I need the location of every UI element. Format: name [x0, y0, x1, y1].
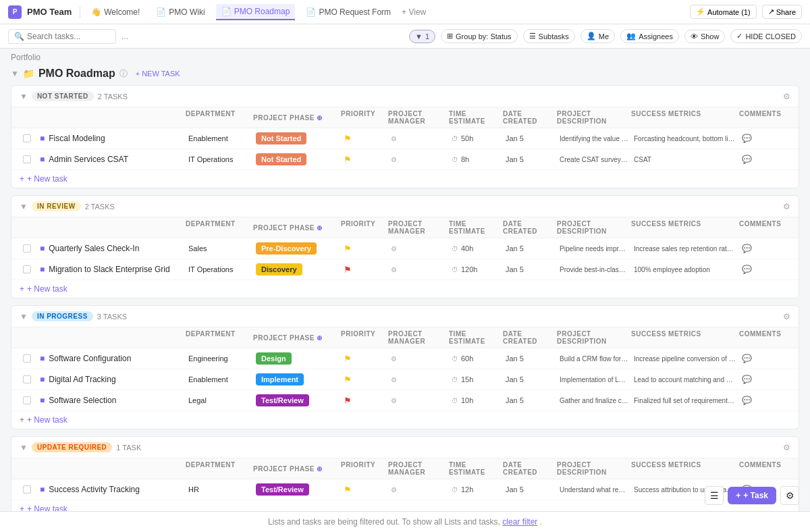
row-priority-0-0[interactable]: ⚑ — [341, 134, 388, 144]
row-phase-1-0[interactable]: Pre-Discovery — [253, 242, 341, 255]
col-pm-header[interactable]: PROJECT MANAGER — [388, 461, 449, 476]
row-phase-1-1[interactable]: Discovery — [253, 263, 341, 275]
subtasks-btn[interactable]: ☰ Subtasks — [523, 29, 575, 43]
col-pm-header[interactable]: PROJECT MANAGER — [388, 110, 449, 125]
col-comments-header[interactable]: COMMENTS — [739, 330, 780, 345]
col-metrics-header[interactable]: SUCCESS METRICS — [631, 330, 739, 345]
col-comments-header[interactable]: COMMENTS — [739, 461, 780, 476]
section-settings-icon-not-started[interactable]: ⚙ — [783, 92, 790, 101]
tab-request[interactable]: 📄 PMO Request Form — [300, 5, 396, 20]
section-expand-in-progress[interactable]: ▼ — [20, 312, 28, 321]
col-dept-header[interactable]: DEPARTMENT — [186, 110, 253, 125]
col-desc-header[interactable]: PROJECT DESCRIPTION — [557, 461, 631, 476]
row-phase-2-1[interactable]: Implement — [253, 373, 341, 385]
row-priority-2-2[interactable]: ⚑ — [341, 396, 388, 406]
assignees-btn[interactable]: 👥 Assignees — [620, 29, 679, 43]
row-phase-3-0[interactable]: Test/Review — [253, 483, 341, 496]
more-btn[interactable]: ... — [122, 32, 128, 41]
table-row[interactable]: ■Admin Services CSAT IT Operations Not S… — [11, 149, 799, 170]
col-metrics-header[interactable]: SUCCESS METRICS — [631, 220, 739, 235]
tab-wiki[interactable]: 📄 PMO Wiki — [151, 5, 210, 20]
row-phase-2-0[interactable]: Design — [253, 352, 341, 365]
col-time-header[interactable]: TIME ESTIMATE — [449, 220, 503, 235]
row-priority-1-0[interactable]: ⚑ — [341, 244, 388, 254]
col-priority-header[interactable]: PRIORITY — [341, 110, 388, 125]
add-task-in-progress[interactable]: ++ New task — [11, 411, 799, 429]
row-phase-2-2[interactable]: Test/Review — [253, 394, 341, 406]
fab-extra-icon[interactable]: ⚙ — [780, 486, 799, 505]
automate-btn[interactable]: ⚡ Automate (1) — [690, 5, 757, 19]
col-pm-header[interactable]: PROJECT MANAGER — [388, 220, 449, 235]
section-settings-icon-in-progress[interactable]: ⚙ — [783, 312, 790, 321]
row-checkbox-2-0[interactable] — [17, 354, 37, 363]
row-checkbox-3-0[interactable] — [17, 485, 37, 494]
section-expand-not-started[interactable]: ▼ — [20, 92, 28, 101]
col-date-header[interactable]: DATE CREATED — [503, 220, 557, 235]
col-time-header[interactable]: TIME ESTIMATE — [449, 330, 503, 345]
col-dept-header[interactable]: DEPARTMENT — [186, 330, 253, 345]
share-btn[interactable]: ↗ Share — [762, 5, 802, 19]
table-row[interactable]: ■Software Configuration Engineering Desi… — [11, 348, 799, 369]
section-expand-in-review[interactable]: ▼ — [20, 202, 28, 211]
table-row[interactable]: ■Quarterly Sales Check-In Sales Pre-Disc… — [11, 238, 799, 259]
col-phase-header[interactable]: PROJECT PHASE ⊕ — [253, 220, 341, 235]
row-priority-1-1[interactable]: ⚑ — [341, 265, 388, 275]
col-desc-header[interactable]: PROJECT DESCRIPTION — [557, 110, 631, 125]
me-btn[interactable]: 👤 Me — [580, 29, 615, 43]
col-priority-header[interactable]: PRIORITY — [341, 330, 388, 345]
add-task-in-review[interactable]: ++ New task — [11, 280, 799, 298]
row-priority-2-1[interactable]: ⚑ — [341, 375, 388, 385]
col-priority-header[interactable]: PRIORITY — [341, 461, 388, 476]
col-dept-header[interactable]: DEPARTMENT — [186, 461, 253, 476]
table-row[interactable]: ■Digital Ad Tracking Enablement Implemen… — [11, 369, 799, 390]
row-checkbox-1-0[interactable] — [17, 244, 37, 252]
table-row[interactable]: ■Software Selection Legal Test/Review ⚑ … — [11, 390, 799, 411]
col-dept-header[interactable]: DEPARTMENT — [186, 220, 253, 235]
section-expand-update-required[interactable]: ▼ — [20, 443, 28, 452]
col-comments-header[interactable]: COMMENTS — [739, 220, 780, 235]
col-desc-header[interactable]: PROJECT DESCRIPTION — [557, 330, 631, 345]
filter-count-chip[interactable]: ▼ 1 — [409, 30, 435, 43]
col-time-header[interactable]: TIME ESTIMATE — [449, 461, 503, 476]
col-date-header[interactable]: DATE CREATED — [503, 110, 557, 125]
row-checkbox-1-1[interactable] — [17, 265, 37, 273]
section-settings-icon-update-required[interactable]: ⚙ — [783, 443, 790, 452]
row-priority-2-0[interactable]: ⚑ — [341, 354, 388, 364]
search-input[interactable] — [27, 32, 108, 41]
table-row[interactable]: ■Success Activity Tracking HR Test/Revie… — [11, 479, 799, 500]
row-priority-0-1[interactable]: ⚑ — [341, 155, 388, 165]
row-checkbox-0-0[interactable] — [17, 134, 37, 142]
clear-filter-link[interactable]: clear filter — [502, 517, 537, 527]
table-row[interactable]: ■Migration to Slack Enterprise Grid IT O… — [11, 259, 799, 280]
row-priority-3-0[interactable]: ⚑ — [341, 485, 388, 495]
group-by-btn[interactable]: ⊞ Group by: Status — [441, 29, 518, 43]
section-settings-icon-in-review[interactable]: ⚙ — [783, 202, 790, 211]
expand-icon[interactable]: ▼ — [11, 69, 19, 78]
col-phase-header[interactable]: PROJECT PHASE ⊕ — [253, 330, 341, 345]
tab-welcome[interactable]: 👋 Welcome! — [86, 5, 145, 20]
row-checkbox-2-1[interactable] — [17, 375, 37, 383]
col-metrics-header[interactable]: SUCCESS METRICS — [631, 461, 739, 476]
col-priority-header[interactable]: PRIORITY — [341, 220, 388, 235]
row-checkbox-0-1[interactable] — [17, 155, 37, 163]
col-phase-header[interactable]: PROJECT PHASE ⊕ — [253, 110, 341, 125]
row-checkbox-2-2[interactable] — [17, 396, 37, 404]
table-row[interactable]: ■Fiscal Modeling Enablement Not Started … — [11, 128, 799, 149]
col-time-header[interactable]: TIME ESTIMATE — [449, 110, 503, 125]
col-date-header[interactable]: DATE CREATED — [503, 461, 557, 476]
col-comments-header[interactable]: COMMENTS — [739, 110, 780, 125]
tab-roadmap[interactable]: 📄 PMO Roadmap — [216, 4, 296, 20]
col-metrics-header[interactable]: SUCCESS METRICS — [631, 110, 739, 125]
show-btn[interactable]: 👁 Show — [684, 30, 726, 43]
hide-closed-btn[interactable]: ✓ HIDE CLOSED — [730, 29, 802, 43]
col-date-header[interactable]: DATE CREATED — [503, 330, 557, 345]
add-task-not-started[interactable]: ++ New task — [11, 170, 799, 188]
row-phase-0-1[interactable]: Not Started — [253, 153, 341, 165]
col-pm-header[interactable]: PROJECT MANAGER — [388, 330, 449, 345]
fab-task-btn[interactable]: + + Task — [728, 487, 776, 504]
search-box[interactable]: 🔍 — [8, 29, 116, 44]
col-desc-header[interactable]: PROJECT DESCRIPTION — [557, 220, 631, 235]
row-phase-0-0[interactable]: Not Started — [253, 132, 341, 144]
fab-list-icon[interactable]: ☰ — [705, 486, 724, 505]
plus-view-btn[interactable]: + View — [402, 7, 426, 17]
